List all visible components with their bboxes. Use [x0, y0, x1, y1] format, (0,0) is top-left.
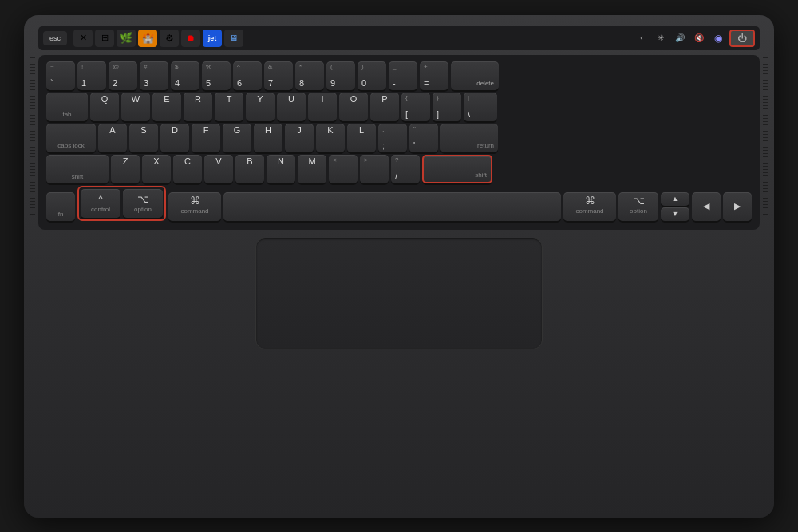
tb-tower-icon[interactable]: 🏰 [138, 30, 157, 47]
key-1[interactable]: ! 1 [77, 61, 106, 90]
modifier-row: fn ^ control ⌥ option [46, 186, 752, 221]
arrow-right-key[interactable]: ▶ [723, 192, 752, 221]
key-s[interactable]: S [129, 124, 158, 152]
key-u[interactable]: U [277, 93, 306, 121]
arrow-keys: ▲ ▼ ◀ ▶ [661, 192, 752, 221]
option-left-key[interactable]: ⌥ option [123, 189, 163, 218]
tb-gear-icon[interactable]: ⚙ [160, 30, 179, 47]
tb-back-icon[interactable]: ‹ [634, 30, 650, 47]
key-0[interactable]: ) 0 [358, 61, 386, 90]
keyboard: ~ ` ! 1 @ 2 # 3 $ 4 % 5 [38, 55, 760, 230]
key-r[interactable]: R [184, 93, 212, 121]
key-g[interactable]: G [223, 124, 251, 152]
key-7[interactable]: & 7 [264, 61, 293, 90]
key-q[interactable]: Q [90, 93, 119, 121]
tb-jet-icon[interactable]: jet [203, 30, 222, 47]
control-key[interactable]: ^ control [81, 189, 120, 218]
key-x[interactable]: X [142, 155, 171, 183]
key-5[interactable]: % 5 [202, 61, 231, 90]
command-left-key[interactable]: ⌘ command [168, 192, 221, 221]
key-backtick[interactable]: ~ ` [46, 61, 75, 90]
key-rbracket[interactable]: } ] [433, 93, 461, 121]
touch-bar-right: ‹ ✳ 🔊 🔇 ◉ ⏻ [634, 30, 755, 47]
asdf-row: caps lock A S D F G H J K L : ; " ' retu… [46, 124, 752, 152]
option-right-key[interactable]: ⌥ option [618, 192, 658, 221]
key-n[interactable]: N [267, 155, 295, 183]
key-period[interactable]: > . [360, 155, 389, 183]
key-backslash[interactable]: | \ [464, 93, 497, 121]
key-d[interactable]: D [160, 124, 189, 152]
tb-grid-icon[interactable]: ⊞ [95, 30, 114, 47]
key-lbracket[interactable]: { [ [401, 93, 430, 121]
touch-bar-icons: ✕ ⊞ 🌿 🏰 ⚙ ⏺ jet 🖥 [73, 30, 630, 47]
key-m[interactable]: M [298, 155, 326, 183]
key-c[interactable]: C [173, 155, 202, 183]
key-quote[interactable]: " ' [409, 124, 438, 152]
key-8[interactable]: * 8 [295, 61, 324, 90]
key-a[interactable]: A [98, 124, 127, 152]
key-minus[interactable]: _ - [389, 61, 417, 90]
tab-key[interactable]: tab [46, 93, 88, 121]
key-semicolon[interactable]: : ; [378, 124, 407, 152]
key-equals[interactable]: + = [420, 61, 448, 90]
return-key[interactable]: return [440, 124, 498, 152]
speaker-left [30, 55, 35, 215]
fn-key[interactable]: fn [46, 192, 75, 221]
control-option-group: ^ control ⌥ option [77, 186, 166, 221]
key-w[interactable]: W [121, 93, 150, 121]
arrow-left-key[interactable]: ◀ [692, 192, 721, 221]
power-icon: ⏻ [737, 33, 747, 44]
key-i[interactable]: I [308, 93, 337, 121]
key-4[interactable]: $ 4 [171, 61, 200, 90]
number-row: ~ ` ! 1 @ 2 # 3 $ 4 % 5 [46, 61, 752, 90]
arrow-down-key[interactable]: ▼ [661, 207, 689, 221]
key-comma[interactable]: < , [329, 155, 358, 183]
shift-right-key[interactable]: shift [422, 155, 492, 183]
key-o[interactable]: O [339, 93, 368, 121]
key-j[interactable]: J [285, 124, 314, 152]
tb-leaf-icon[interactable]: 🌿 [117, 30, 136, 47]
space-key[interactable] [223, 192, 561, 221]
key-k[interactable]: K [316, 124, 345, 152]
tb-volume-icon[interactable]: 🔊 [672, 30, 688, 47]
key-9[interactable]: ( 9 [326, 61, 355, 90]
tb-mute-icon[interactable]: 🔇 [691, 30, 707, 47]
touch-bar: esc ✕ ⊞ 🌿 🏰 ⚙ ⏺ jet 🖥 ‹ ✳ 🔊 🔇 ◉ ⏻ [38, 26, 760, 50]
key-p[interactable]: P [370, 93, 399, 121]
key-z[interactable]: Z [111, 155, 140, 183]
key-slash[interactable]: ? / [391, 155, 420, 183]
tb-brightness-icon[interactable]: ✳ [653, 30, 669, 47]
key-h[interactable]: H [254, 124, 282, 152]
power-key[interactable]: ⏻ [729, 30, 755, 47]
key-l[interactable]: L [347, 124, 376, 152]
delete-key[interactable]: delete [451, 61, 499, 90]
trackpad[interactable] [255, 238, 543, 349]
key-e[interactable]: E [152, 93, 181, 121]
key-t[interactable]: T [215, 93, 243, 121]
tb-screen-icon[interactable]: 🖥 [224, 30, 243, 47]
speaker-right [763, 55, 768, 215]
laptop-body: esc ✕ ⊞ 🌿 🏰 ⚙ ⏺ jet 🖥 ‹ ✳ 🔊 🔇 ◉ ⏻ ~ [24, 15, 774, 518]
key-f[interactable]: F [192, 124, 220, 152]
key-b[interactable]: B [235, 155, 264, 183]
shift-left-key[interactable]: shift [46, 155, 109, 183]
qwerty-row: tab Q W E R T Y U I O P { [ } ] | \ [46, 93, 752, 121]
caps-lock-key[interactable]: caps lock [46, 124, 96, 152]
key-2[interactable]: @ 2 [109, 61, 137, 90]
arrow-up-key[interactable]: ▲ [661, 192, 689, 206]
key-y[interactable]: Y [246, 93, 275, 121]
command-right-key[interactable]: ⌘ command [563, 192, 616, 221]
zxcv-row: shift Z X C V B N M < , > . ? / shift [46, 155, 752, 183]
tb-record-icon[interactable]: ⏺ [181, 30, 200, 47]
esc-key[interactable]: esc [43, 31, 67, 45]
tb-siri-icon[interactable]: ◉ [710, 30, 726, 47]
key-6[interactable]: ^ 6 [233, 61, 262, 90]
tb-close-icon[interactable]: ✕ [73, 30, 93, 47]
key-v[interactable]: V [204, 155, 233, 183]
key-3[interactable]: # 3 [140, 61, 168, 90]
